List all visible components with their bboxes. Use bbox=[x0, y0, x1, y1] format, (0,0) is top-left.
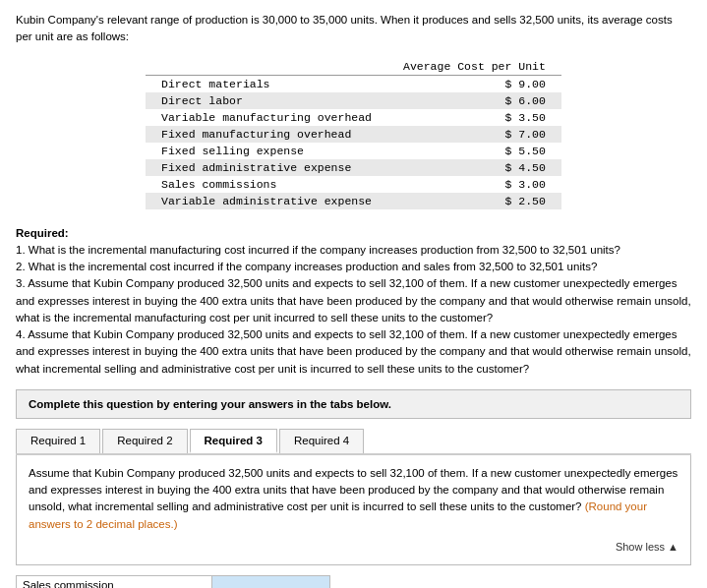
table-row-label: Variable manufacturing overhead bbox=[146, 109, 387, 126]
intro-text: Kubin Company's relevant range of produc… bbox=[16, 12, 691, 46]
tab-4[interactable]: Required 4 bbox=[279, 429, 364, 453]
table-row-label: Variable administrative expense bbox=[146, 193, 387, 209]
show-less-icon: ▲ bbox=[668, 541, 678, 553]
answer-row: Sales commission bbox=[17, 576, 330, 588]
cost-table: Average Cost per Unit Direct materials$ … bbox=[146, 58, 561, 209]
table-row-value: $ 3.00 bbox=[387, 176, 561, 193]
table-row-label: Fixed selling expense bbox=[146, 143, 387, 159]
required-item-2: 2. What is the incremental cost incurred… bbox=[16, 259, 691, 275]
table-row-label: Direct labor bbox=[146, 92, 387, 109]
required-section: Required: 1. What is the incremental man… bbox=[16, 225, 691, 378]
answer-table: Sales commissionVariable administrative … bbox=[16, 575, 330, 588]
highlight-text: (Round your answers to 2 decimal places.… bbox=[29, 500, 647, 529]
tab-1[interactable]: Required 1 bbox=[16, 429, 100, 453]
table-row-label: Fixed manufacturing overhead bbox=[146, 126, 387, 143]
show-less-label: Show less bbox=[616, 541, 665, 553]
table-row-label: Fixed administrative expense bbox=[146, 159, 387, 176]
answer-input[interactable] bbox=[212, 576, 330, 588]
tab-content: Assume that Kubin Company produced 32,50… bbox=[16, 455, 691, 566]
table-row-value: $ 3.50 bbox=[387, 109, 561, 126]
required-item-4: 4. Assume that Kubin Company produced 32… bbox=[16, 326, 691, 378]
table-row-value: $ 4.50 bbox=[387, 159, 561, 176]
tab-content-text: Assume that Kubin Company produced 32,50… bbox=[29, 465, 678, 533]
table-row-label: Sales commissions bbox=[146, 176, 387, 193]
table-label-col bbox=[146, 58, 387, 76]
table-value-col: Average Cost per Unit bbox=[387, 58, 561, 76]
required-item-1: 1. What is the incremental manufacturing… bbox=[16, 242, 691, 259]
table-row-value: $ 5.50 bbox=[387, 143, 561, 159]
required-item-3: 3. Assume that Kubin Company produced 32… bbox=[16, 275, 691, 326]
table-row-label: Direct materials bbox=[146, 75, 387, 92]
tab-3[interactable]: Required 3 bbox=[190, 429, 277, 453]
table-row-value: $ 9.00 bbox=[387, 75, 561, 92]
complete-box: Complete this question by entering your … bbox=[16, 389, 691, 419]
required-title: Required: bbox=[16, 227, 69, 239]
table-row-value: $ 6.00 bbox=[387, 92, 561, 109]
show-less[interactable]: Show less ▲ bbox=[29, 539, 678, 556]
table-row-value: $ 2.50 bbox=[387, 193, 561, 209]
table-row-value: $ 7.00 bbox=[387, 126, 561, 143]
answer-label: Sales commission bbox=[17, 576, 212, 588]
tab-2[interactable]: Required 2 bbox=[102, 429, 187, 453]
tabs-row: Required 1Required 2Required 3Required 4 bbox=[16, 429, 691, 455]
